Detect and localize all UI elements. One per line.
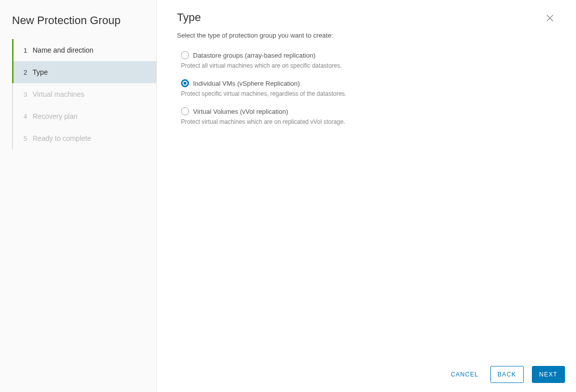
- step-recovery-plan: 4 Recovery plan: [12, 105, 156, 127]
- cancel-button[interactable]: Cancel: [447, 366, 482, 383]
- step-label: Virtual machines: [33, 90, 84, 98]
- content-header: Type: [157, 0, 576, 28]
- step-label: Type: [33, 68, 48, 76]
- step-number: 5: [24, 135, 33, 142]
- option-description: Protect all virtual machines which are o…: [181, 62, 556, 69]
- option-description: Protect specific virtual machines, regar…: [181, 90, 556, 97]
- step-name-and-direction[interactable]: 1 Name and direction: [12, 39, 156, 61]
- step-label: Recovery plan: [33, 112, 78, 120]
- option-individual-vms[interactable]: Individual VMs (vSphere Replication) Pro…: [177, 75, 556, 103]
- radio-icon[interactable]: [181, 107, 189, 115]
- wizard-dialog: New Protection Group 1 Name and directio…: [0, 0, 576, 392]
- page-subtitle: Select the type of protection group you …: [157, 28, 576, 47]
- step-number: 2: [24, 69, 33, 76]
- step-number: 1: [24, 47, 33, 54]
- option-row[interactable]: Virtual Volumes (vVol replication): [181, 107, 556, 115]
- wizard-content: Type Select the type of protection group…: [157, 0, 576, 392]
- option-row[interactable]: Datastore groups (array-based replicatio…: [181, 51, 556, 59]
- radio-icon[interactable]: [181, 51, 189, 59]
- option-label: Virtual Volumes (vVol replication): [193, 108, 288, 115]
- close-icon: [546, 14, 554, 22]
- wizard-title: New Protection Group: [0, 10, 156, 39]
- step-label: Name and direction: [33, 46, 93, 54]
- wizard-sidebar: New Protection Group 1 Name and directio…: [0, 0, 157, 392]
- step-virtual-machines: 3 Virtual machines: [12, 83, 156, 105]
- step-label: Ready to complete: [33, 134, 91, 142]
- option-description: Protect virtual machines which are on re…: [181, 118, 556, 125]
- page-title: Type: [177, 11, 201, 24]
- step-type[interactable]: 2 Type: [12, 61, 156, 83]
- option-virtual-volumes[interactable]: Virtual Volumes (vVol replication) Prote…: [177, 103, 556, 131]
- option-row[interactable]: Individual VMs (vSphere Replication): [181, 79, 556, 87]
- protection-type-options: Datastore groups (array-based replicatio…: [157, 47, 576, 131]
- wizard-footer: Cancel Back Next: [157, 357, 576, 392]
- wizard-step-list: 1 Name and direction 2 Type 3 Virtual ma…: [12, 39, 156, 149]
- back-button[interactable]: Back: [490, 366, 524, 383]
- option-label: Individual VMs (vSphere Replication): [193, 80, 300, 87]
- option-label: Datastore groups (array-based replicatio…: [193, 52, 315, 59]
- option-datastore-groups[interactable]: Datastore groups (array-based replicatio…: [177, 47, 556, 75]
- step-number: 4: [24, 113, 33, 120]
- radio-icon[interactable]: [181, 79, 189, 87]
- step-number: 3: [24, 91, 33, 98]
- close-button[interactable]: [544, 12, 556, 26]
- step-ready-to-complete: 5 Ready to complete: [12, 127, 156, 149]
- next-button[interactable]: Next: [532, 366, 565, 383]
